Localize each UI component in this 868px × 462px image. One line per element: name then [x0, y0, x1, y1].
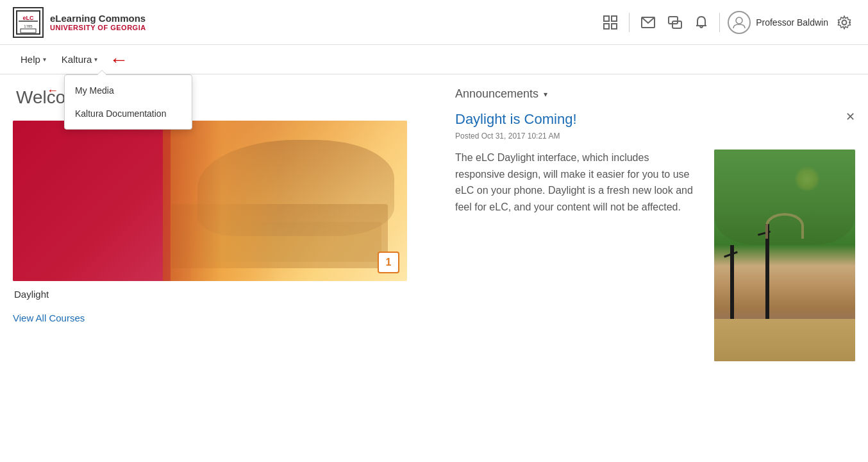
logo-title: eLearning Commons [50, 13, 146, 24]
my-media-label: My Media [75, 85, 114, 96]
gear-button[interactable] [833, 12, 855, 33]
ground-path [714, 319, 855, 361]
nav-kaltura-label: Kaltura [62, 54, 92, 65]
dropdown-item-my-media[interactable]: ← My Media [65, 79, 192, 102]
divider-1 [629, 13, 630, 32]
svg-rect-7 [604, 24, 609, 29]
course-title: Daylight [13, 289, 430, 300]
kaltura-docs-label: Kaltura Documentation [75, 108, 166, 119]
main-content: Welcome, Professor 1 Daylight View All C… [0, 74, 868, 462]
announcements-title: Announcements [455, 87, 538, 101]
svg-text:eLC: eLC [22, 15, 34, 21]
avatar [728, 11, 751, 34]
svg-text:1785: 1785 [24, 24, 33, 28]
svg-rect-5 [604, 16, 609, 21]
grid-button[interactable] [599, 12, 621, 33]
svg-rect-8 [612, 24, 617, 29]
right-panel: Announcements ▾ ✕ Daylight is Coming! Po… [455, 87, 855, 449]
left-panel: Welcome, Professor 1 Daylight View All C… [13, 87, 430, 449]
close-announcement-button[interactable]: ✕ [846, 111, 855, 123]
logo-area: eLC 1785 eLearning Commons UNIVERSITY OF… [13, 7, 146, 38]
help-chevron-icon: ▾ [43, 56, 46, 63]
course-badge: 1 [378, 252, 399, 273]
logo-icon: eLC 1785 [13, 7, 44, 38]
announcement-card: ✕ Daylight is Coming! Posted Oct 31, 201… [455, 111, 855, 361]
user-name-label: Professor Baldwin [756, 17, 828, 28]
mail-button[interactable] [637, 13, 659, 32]
svg-point-13 [736, 17, 742, 24]
kaltura-dropdown: ← My Media Kaltura Documentation [64, 74, 192, 130]
header-user: Professor Baldwin [728, 11, 828, 34]
chat-icon [668, 16, 682, 29]
announcement-body-text: The eLC Daylight interface, which includ… [455, 150, 701, 361]
arch-top [765, 213, 804, 239]
nav-help-label: Help [21, 54, 40, 65]
announcement-body-row: The eLC Daylight interface, which includ… [455, 150, 855, 361]
chat-button[interactable] [664, 12, 686, 33]
bell-icon [695, 15, 708, 30]
course-card-background [13, 121, 407, 281]
svg-rect-4 [21, 29, 36, 33]
glow-effect [163, 121, 281, 281]
kaltura-chevron-icon: ▾ [94, 56, 97, 63]
red-arrow-left-icon: ← [47, 84, 58, 98]
view-all-courses-link[interactable]: View All Courses [13, 312, 85, 323]
logo-subtitle: UNIVERSITY OF GEORGIA [50, 24, 146, 31]
announcement-title: Daylight is Coming! [455, 111, 855, 128]
grid-icon [603, 15, 617, 30]
nav-help[interactable]: Help ▾ [13, 45, 54, 74]
gear-icon [837, 15, 851, 30]
dropdown-item-kaltura-docs[interactable]: Kaltura Documentation [65, 102, 192, 125]
announcement-meta: Posted Oct 31, 2017 10:21 AM [455, 132, 855, 141]
header-right: Professor Baldwin [599, 11, 855, 34]
announcement-image [714, 150, 855, 361]
course-card[interactable]: 1 [13, 121, 407, 281]
svg-rect-6 [612, 16, 617, 21]
divider-2 [719, 13, 720, 32]
mail-icon [641, 17, 655, 28]
logo-text: eLearning Commons UNIVERSITY OF GEORGIA [50, 13, 146, 31]
navbar: Help ▾ Kaltura ▾ ← ← My Media Kaltura Do… [0, 45, 868, 74]
red-arrow-annotation: ← [109, 49, 128, 71]
announcements-header: Announcements ▾ [455, 87, 855, 101]
bell-button[interactable] [691, 12, 712, 33]
announcements-chevron-icon[interactable]: ▾ [544, 90, 547, 99]
svg-point-14 [842, 20, 847, 24]
header: eLC 1785 eLearning Commons UNIVERSITY OF… [0, 0, 868, 45]
